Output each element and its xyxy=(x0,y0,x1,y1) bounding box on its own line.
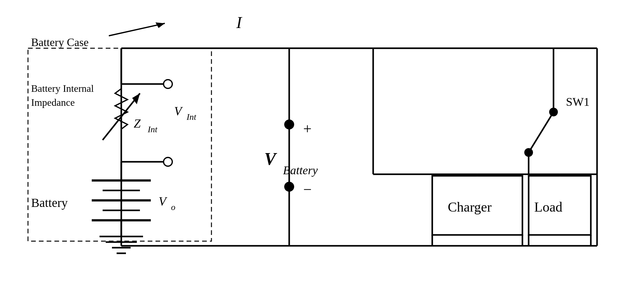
svg-point-27 xyxy=(284,119,294,129)
z-int-label: Z xyxy=(134,116,141,130)
v-int-sub-label: Int xyxy=(186,112,197,122)
v-battery-sub-label: Battery xyxy=(283,164,318,177)
battery-label: Battery xyxy=(31,196,68,210)
svg-point-28 xyxy=(284,182,294,192)
impedance-label: Impedance xyxy=(31,97,75,108)
plus-label: + xyxy=(303,120,312,137)
svg-point-10 xyxy=(164,157,172,166)
charger-label: Charger xyxy=(448,199,492,215)
sw1-label: SW1 xyxy=(566,95,590,108)
battery-internal-impedance-label: Battery Internal xyxy=(31,83,94,94)
v-o-sub-label: o xyxy=(171,202,175,212)
current-label: I xyxy=(236,14,243,31)
minus-label: − xyxy=(303,181,312,198)
z-int-sub-label: Int xyxy=(147,124,158,134)
load-label: Load xyxy=(534,199,562,215)
battery-case-label: Battery Case xyxy=(31,36,89,49)
v-battery-label: V xyxy=(264,149,277,169)
svg-point-9 xyxy=(164,80,172,88)
circuit-diagram: I Battery Case xyxy=(0,0,644,290)
